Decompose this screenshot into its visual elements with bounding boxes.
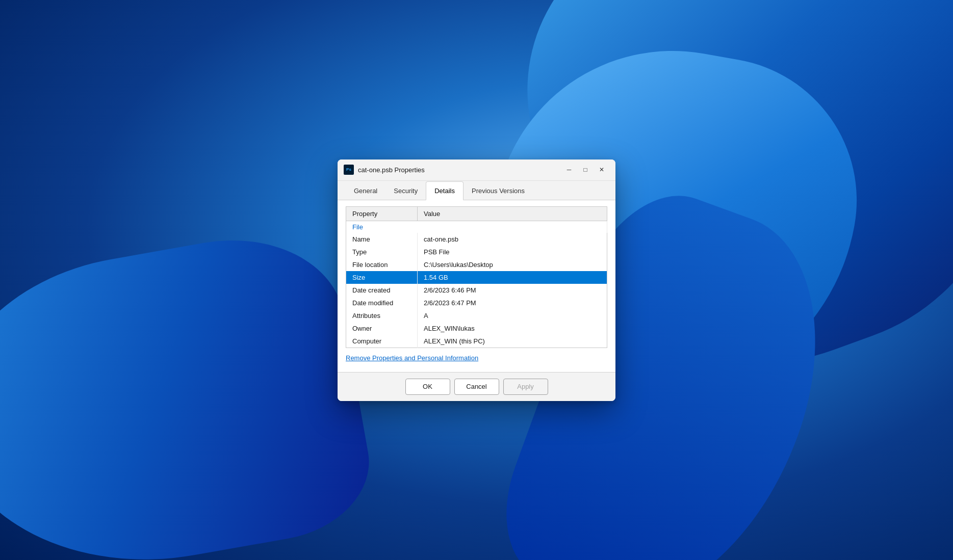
properties-dialog: Ps cat-one.psb Properties ─ □ ✕ General … bbox=[338, 159, 615, 401]
table-cell-value: 1.54 GB bbox=[418, 271, 607, 284]
tab-general[interactable]: General bbox=[346, 181, 385, 200]
table-cell-property: Owner bbox=[346, 322, 418, 335]
col-header-value: Value bbox=[418, 206, 607, 221]
table-cell-value: ALEX_WIN (this PC) bbox=[418, 335, 607, 348]
ok-button[interactable]: OK bbox=[405, 379, 450, 395]
table-cell-value: PSB File bbox=[418, 246, 607, 258]
cancel-button[interactable]: Cancel bbox=[454, 379, 499, 395]
window-controls: ─ □ ✕ bbox=[561, 164, 609, 176]
ps-icon: Ps bbox=[344, 165, 354, 175]
table-cell-value: A bbox=[418, 309, 607, 322]
dialog-title: cat-one.psb Properties bbox=[358, 166, 561, 174]
title-bar: Ps cat-one.psb Properties ─ □ ✕ bbox=[338, 159, 615, 181]
table-cell-property: Attributes bbox=[346, 309, 418, 322]
table-row[interactable]: OwnerALEX_WIN\lukas bbox=[346, 322, 607, 335]
table-cell-property: Computer bbox=[346, 335, 418, 348]
table-cell-value: C:\Users\lukas\Desktop bbox=[418, 258, 607, 271]
table-cell-property: Type bbox=[346, 246, 418, 258]
table-cell-property: Name bbox=[346, 233, 418, 246]
table-row[interactable]: File locationC:\Users\lukas\Desktop bbox=[346, 258, 607, 271]
table-cell-value: 2/6/2023 6:47 PM bbox=[418, 297, 607, 309]
tab-details[interactable]: Details bbox=[426, 181, 463, 200]
properties-table: Property Value FileNamecat-one.psbTypePS… bbox=[346, 206, 607, 348]
apply-button[interactable]: Apply bbox=[503, 379, 548, 395]
table-section-header: File bbox=[346, 221, 607, 233]
tabs-bar: General Security Details Previous Versio… bbox=[338, 181, 615, 200]
app-icon: Ps bbox=[344, 165, 354, 175]
table-cell-property: Date modified bbox=[346, 297, 418, 309]
table-row[interactable]: Size1.54 GB bbox=[346, 271, 607, 284]
tab-security[interactable]: Security bbox=[385, 181, 426, 200]
table-cell-property: Size bbox=[346, 271, 418, 284]
maximize-button[interactable]: □ bbox=[578, 164, 593, 176]
table-row[interactable]: AttributesA bbox=[346, 309, 607, 322]
table-cell-value: cat-one.psb bbox=[418, 233, 607, 246]
dialog-overlay: Ps cat-one.psb Properties ─ □ ✕ General … bbox=[0, 0, 953, 560]
col-header-property: Property bbox=[346, 206, 418, 221]
close-button[interactable]: ✕ bbox=[594, 164, 609, 176]
tab-previous-versions[interactable]: Previous Versions bbox=[463, 181, 533, 200]
table-cell-value: 2/6/2023 6:46 PM bbox=[418, 284, 607, 297]
button-bar: OK Cancel Apply bbox=[338, 372, 615, 401]
remove-properties-link[interactable]: Remove Properties and Personal Informati… bbox=[346, 354, 478, 362]
tab-content: Property Value FileNamecat-one.psbTypePS… bbox=[338, 200, 615, 372]
table-row[interactable]: ComputerALEX_WIN (this PC) bbox=[346, 335, 607, 348]
table-row[interactable]: Date modified2/6/2023 6:47 PM bbox=[346, 297, 607, 309]
table-row[interactable]: TypePSB File bbox=[346, 246, 607, 258]
table-row[interactable]: Date created2/6/2023 6:46 PM bbox=[346, 284, 607, 297]
table-row[interactable]: Namecat-one.psb bbox=[346, 233, 607, 246]
minimize-button[interactable]: ─ bbox=[561, 164, 577, 176]
table-cell-property: Date created bbox=[346, 284, 418, 297]
table-cell-value: ALEX_WIN\lukas bbox=[418, 322, 607, 335]
table-cell-property: File location bbox=[346, 258, 418, 271]
